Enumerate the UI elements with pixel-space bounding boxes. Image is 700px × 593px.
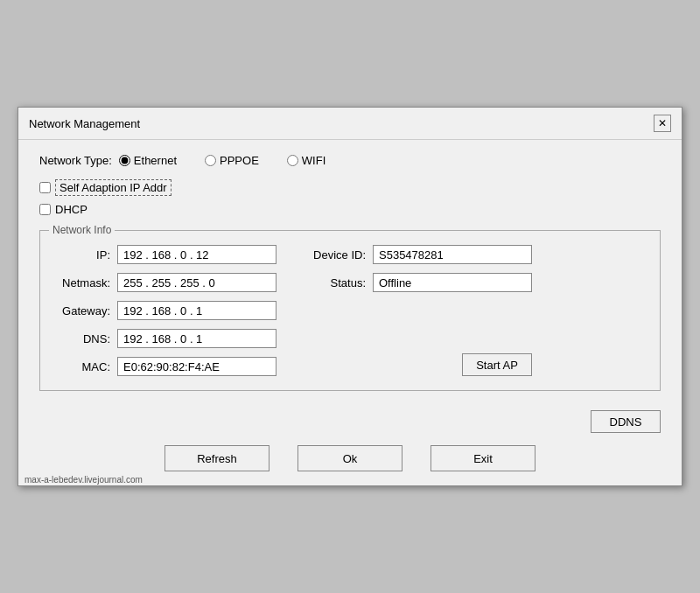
dhcp-checkbox-item[interactable]: DHCP: [39, 203, 88, 216]
radio-wifi[interactable]: WIFI: [287, 154, 326, 167]
network-info-legend: Network Info: [49, 224, 115, 236]
gateway-input[interactable]: [117, 301, 276, 320]
info-grid: IP: Netmask: Gateway: DNS:: [54, 245, 646, 376]
gateway-label: Gateway:: [54, 304, 110, 317]
mac-input[interactable]: [117, 357, 276, 376]
gateway-row: Gateway:: [54, 301, 276, 320]
radio-pppoe-label: PPPOE: [220, 154, 259, 167]
mac-label: MAC:: [54, 360, 110, 373]
radio-ethernet-label: Ethernet: [134, 154, 177, 167]
radio-ethernet-input[interactable]: [119, 155, 130, 166]
exit-button[interactable]: Exit: [430, 445, 536, 471]
ip-input[interactable]: [117, 245, 276, 264]
start-ap-button[interactable]: Start AP: [462, 353, 532, 376]
info-right: Device ID: Status: Start AP: [304, 245, 532, 376]
dns-label: DNS:: [54, 332, 110, 345]
title-bar: Network Management ✕: [18, 108, 682, 140]
device-id-input[interactable]: [373, 245, 532, 264]
refresh-button[interactable]: Refresh: [164, 445, 270, 471]
dns-input[interactable]: [117, 329, 276, 348]
content-area: Network Type: Ethernet PPPOE WIFI: [18, 140, 682, 405]
ip-row: IP:: [54, 245, 276, 264]
network-info-box: Network Info IP: Netmask: Gatew: [39, 230, 661, 391]
dhcp-checkbox[interactable]: [39, 204, 51, 215]
ddns-button[interactable]: DDNS: [591, 410, 661, 433]
self-adapt-label: Self Adaption IP Addr: [55, 179, 172, 196]
self-adapt-row: Self Adaption IP Addr: [39, 179, 661, 196]
status-row: Status:: [304, 273, 532, 292]
device-id-label: Device ID:: [304, 248, 366, 262]
status-label: Status:: [304, 276, 366, 290]
network-type-label: Network Type:: [39, 154, 112, 167]
radio-wifi-input[interactable]: [287, 155, 298, 166]
close-button[interactable]: ✕: [654, 115, 671, 132]
device-id-row: Device ID:: [304, 245, 532, 264]
radio-pppoe[interactable]: PPPOE: [205, 154, 259, 167]
dns-row: DNS:: [54, 329, 276, 348]
radio-pppoe-input[interactable]: [205, 155, 216, 166]
radio-wifi-label: WIFI: [302, 154, 326, 167]
network-management-window: Network Management ✕ Network Type: Ether…: [18, 107, 682, 486]
window-title: Network Management: [29, 117, 140, 130]
self-adapt-checkbox[interactable]: [39, 182, 51, 193]
dhcp-label: DHCP: [55, 203, 88, 216]
netmask-row: Netmask:: [54, 273, 276, 292]
start-ap-row: Start AP: [304, 353, 532, 376]
watermark: max-a-lebedev.livejournal.com: [24, 475, 143, 485]
network-type-row: Network Type: Ethernet PPPOE WIFI: [39, 154, 661, 167]
netmask-input[interactable]: [117, 273, 276, 292]
network-type-radio-group: Ethernet PPPOE WIFI: [119, 154, 326, 167]
ip-label: IP:: [54, 248, 110, 262]
info-left: IP: Netmask: Gateway: DNS:: [54, 245, 276, 376]
netmask-label: Netmask:: [54, 276, 110, 290]
ok-button[interactable]: Ok: [298, 445, 402, 471]
dhcp-row: DHCP: [39, 203, 661, 216]
status-input[interactable]: [373, 273, 532, 292]
radio-ethernet[interactable]: Ethernet: [119, 154, 177, 167]
ddns-row: DDNS: [18, 405, 682, 433]
self-adapt-checkbox-item[interactable]: Self Adaption IP Addr: [39, 179, 172, 196]
mac-row: MAC:: [54, 357, 276, 376]
